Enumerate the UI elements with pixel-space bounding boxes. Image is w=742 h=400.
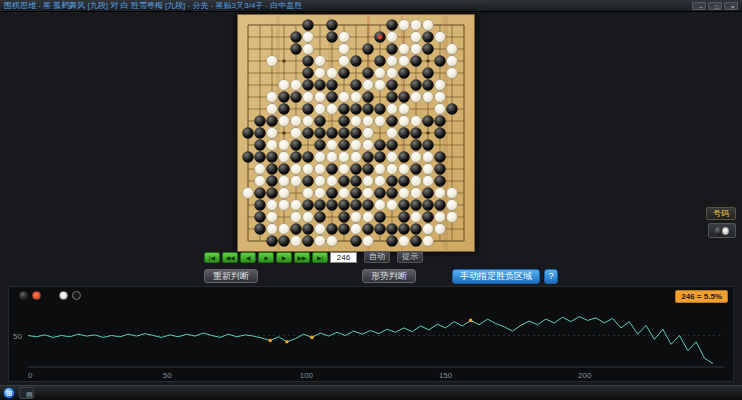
black-stone [399,212,410,223]
white-stone [447,188,458,199]
taskbar-icon[interactable]: ▤ [19,387,34,399]
white-stone [267,56,278,67]
black-stone [363,44,374,55]
black-stone [327,188,338,199]
black-stone [315,140,326,151]
black-stone [423,140,434,151]
white-stone [423,176,434,187]
move-number-input[interactable] [330,252,357,263]
black-stone [387,20,398,31]
minimize-button[interactable]: – [692,2,706,10]
black-stone [339,68,350,79]
stones-toggle-button[interactable] [708,223,736,238]
maximize-button[interactable]: □ [708,2,722,10]
white-stone [303,164,314,175]
black-winrate-radio[interactable] [32,291,41,300]
black-stone [351,56,362,67]
go-end-button[interactable]: ▶| [312,252,328,263]
black-stone [255,200,266,211]
black-stone [267,176,278,187]
winrate-line [28,317,713,364]
black-stone [447,104,458,115]
black-stone [351,164,362,175]
white-stone [375,80,386,91]
white-stone [363,116,374,127]
white-stone [291,116,302,127]
black-stone [363,224,374,235]
white-stone [363,128,374,139]
window-title: 围棋思维 - 黑 孤鹤舞风 [九段] 对 白 胜雪寻梅 [九段] - 分先 - … [4,0,692,11]
black-stone [411,56,422,67]
black-stone [387,236,398,247]
black-stone [291,92,302,103]
black-stone [435,152,446,163]
white-stone [351,92,362,103]
black-stone [303,224,314,235]
white-stone [399,20,410,31]
white-stone [327,104,338,115]
black-stone [375,104,386,115]
white-stone [267,200,278,211]
black-stone [303,80,314,91]
white-stone [435,32,446,43]
black-stone [327,92,338,103]
black-stone [267,116,278,127]
black-stone [363,104,374,115]
fast-forward-button[interactable]: ▶▶ [294,252,310,263]
white-stone [291,80,302,91]
black-stone [387,92,398,103]
start-button[interactable]: ⊞ [3,387,15,399]
white-stone [411,152,422,163]
x-tick: 50 [163,371,172,380]
white-stone [327,236,338,247]
black-stone [399,152,410,163]
white-stone [291,200,302,211]
black-stone [423,188,434,199]
judge-button[interactable]: 形势判断 [362,269,416,283]
close-button[interactable]: × [724,2,738,10]
white-stone [291,164,302,175]
white-stone [351,224,362,235]
black-stone [351,176,362,187]
white-stone [279,80,290,91]
white-stone [267,128,278,139]
help-button[interactable]: ? [544,269,558,284]
forward-button[interactable]: ▶ [276,252,292,263]
manual-area-button[interactable]: 手动指定胜负区域 [452,269,540,284]
white-stone [387,104,398,115]
fast-back-button[interactable]: ◀◀ [222,252,238,263]
white-stone [315,104,326,115]
white-stone [387,32,398,43]
black-stone [303,236,314,247]
move-numbers-button[interactable]: 号码 [706,207,736,220]
white-stone [255,164,266,175]
black-stone [327,200,338,211]
black-stone [351,80,362,91]
white-stone [423,224,434,235]
winrate-chart[interactable]: 05010015020050 [10,299,732,381]
white-stone [363,80,374,91]
white-stone [303,116,314,127]
go-board[interactable] [237,14,475,252]
go-board-canvas [238,15,474,251]
white-stone [399,164,410,175]
marked-move-point [285,340,289,344]
white-stone [423,164,434,175]
stop-button[interactable]: ■ [258,252,274,263]
auto-play-button[interactable]: 自动 [364,251,390,263]
back-button[interactable]: ◀ [240,252,256,263]
black-stone [279,92,290,103]
black-stone [411,80,422,91]
hint-button[interactable]: 提示 [397,251,423,263]
black-stone [315,128,326,139]
white-stone [447,56,458,67]
white-winrate-radio[interactable] [72,291,81,300]
black-stone [423,68,434,79]
black-stone [435,56,446,67]
white-stone [267,140,278,151]
go-start-button[interactable]: |◀ [204,252,220,263]
black-stone [255,212,266,223]
rejudge-button[interactable]: 重新判断 [204,269,258,283]
black-stone [423,80,434,91]
white-stone [351,116,362,127]
